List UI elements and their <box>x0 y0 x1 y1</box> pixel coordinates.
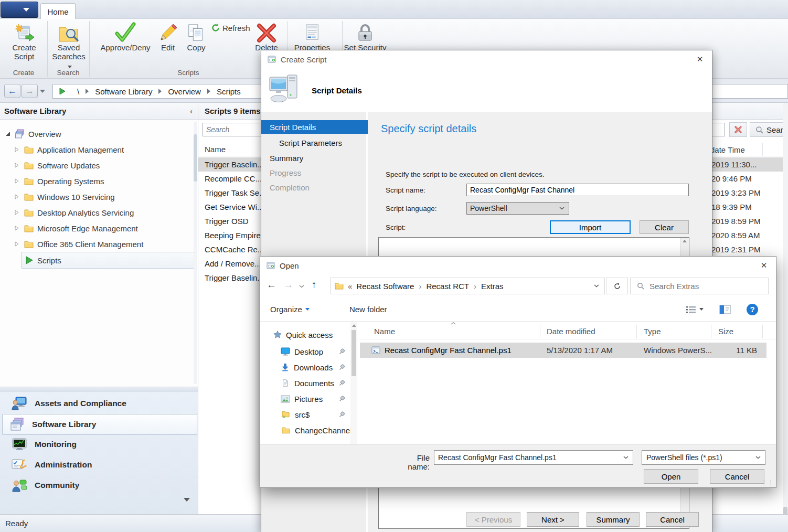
summary-button[interactable]: Summary <box>587 512 640 527</box>
breadcrumb-item[interactable]: Overview <box>168 87 201 96</box>
view-mode-icon[interactable] <box>686 305 696 314</box>
application-menu-button[interactable] <box>1 2 38 18</box>
address-bar[interactable]: « Recast Software › Recast RCT › Extras <box>330 278 605 294</box>
history-dropdown-icon[interactable] <box>40 90 45 93</box>
list-scrollbar[interactable] <box>783 103 788 532</box>
open-button[interactable]: Open <box>644 469 698 484</box>
scroll-up-icon[interactable] <box>683 240 687 242</box>
tree-collapsed-icon[interactable] <box>15 241 19 247</box>
workspace-community[interactable]: Community <box>2 475 196 495</box>
wizard-cancel-button[interactable]: Cancel <box>646 512 699 527</box>
tree-collapsed-icon[interactable] <box>15 194 19 199</box>
tree-item-operating-systems[interactable]: Operating Systems <box>0 173 194 189</box>
column-divider[interactable] <box>540 325 540 338</box>
wizard-nav-script-parameters[interactable]: Script Parameters <box>261 136 368 150</box>
collapse-panel-icon[interactable]: ‹ <box>190 107 193 115</box>
place-desktop[interactable]: Desktop <box>260 345 323 358</box>
address-crumb[interactable]: Extras <box>481 282 504 291</box>
tab-home[interactable]: Home <box>40 3 76 19</box>
new-folder-button[interactable]: New folder <box>349 305 387 314</box>
view-mode-caret-icon[interactable] <box>699 308 704 311</box>
clear-search-button[interactable] <box>729 122 747 137</box>
copy-button[interactable]: Copy <box>183 21 210 52</box>
tree-item-windows-10-servicing[interactable]: Windows 10 Servicing <box>0 189 194 205</box>
breadcrumb-root[interactable]: \ <box>77 87 79 96</box>
tree-collapsed-icon[interactable] <box>15 163 19 168</box>
column-date-modified[interactable]: Date modified <box>547 327 595 336</box>
sidebar-scrollbar-thumb[interactable] <box>352 330 356 376</box>
workspace-assets-and-compliance[interactable]: Assets and Compliance <box>2 393 196 413</box>
tree-scrollbar[interactable] <box>194 122 197 384</box>
address-dropdown-icon[interactable] <box>594 284 599 288</box>
resize-grip[interactable]: ⋮⋮ <box>761 480 774 486</box>
workspace-software-library[interactable]: Software Library <box>2 414 197 435</box>
column-divider[interactable] <box>636 325 637 338</box>
tree-item-scripts[interactable]: Scripts <box>21 252 195 269</box>
explorer-search-input[interactable] <box>648 281 755 291</box>
tree-collapsed-icon[interactable] <box>15 178 19 184</box>
properties-button[interactable]: Properties <box>294 21 331 52</box>
preview-pane-icon[interactable] <box>719 305 731 314</box>
create-script-titlebar[interactable]: Create Script ✕ <box>261 50 712 68</box>
tree-collapsed-icon[interactable] <box>15 226 19 231</box>
help-icon[interactable]: ? <box>747 304 758 315</box>
column-divider[interactable] <box>762 325 763 338</box>
file-row[interactable]: Recast ConfigMgr Fast Channel.ps1 5/13/2… <box>360 343 766 358</box>
sidebar-scrollbar[interactable] <box>350 322 357 444</box>
tree-expanded-icon[interactable] <box>5 131 10 136</box>
address-crumb[interactable]: Recast Software <box>356 282 414 291</box>
up-button[interactable]: ↑ <box>312 279 317 291</box>
explorer-search-box[interactable] <box>630 278 769 294</box>
place-changechannel[interactable]: ChangeChannel <box>260 423 352 437</box>
column-update-time[interactable]: date Time <box>710 143 763 156</box>
tree-item-application-management[interactable]: Application Management <box>0 142 194 157</box>
address-crumb[interactable]: Recast RCT <box>426 282 469 291</box>
wizard-nav-summary[interactable]: Summary <box>261 151 368 165</box>
place-pictures[interactable]: Pictures <box>260 392 323 406</box>
workspace-monitoring[interactable]: Monitoring <box>2 434 196 454</box>
close-button[interactable]: ✕ <box>688 50 712 68</box>
clear-button[interactable]: Clear <box>640 220 689 234</box>
set-security-button[interactable]: Set Security <box>341 21 389 52</box>
file-type-combobox[interactable]: PowerShell files (*.ps1) <box>642 450 765 465</box>
refresh-button[interactable]: Refresh <box>211 22 250 34</box>
place-documents[interactable]: Documents <box>260 376 334 390</box>
organize-button[interactable]: Organize <box>270 305 302 314</box>
wizard-nav-script-details[interactable]: Script Details <box>261 120 368 134</box>
tree-item-office-365-client-management[interactable]: Office 365 Client Management <box>0 236 194 252</box>
workspace-administration[interactable]: Administration <box>2 455 196 475</box>
refresh-button[interactable] <box>606 278 628 294</box>
column-size[interactable]: Size <box>718 327 733 336</box>
saved-searches-button[interactable]: Saved Searches <box>49 21 88 70</box>
breadcrumb-item[interactable]: Software Library <box>95 87 152 96</box>
open-dialog-titlebar[interactable]: Open ✕ <box>260 257 776 274</box>
delete-button[interactable]: Delete <box>251 21 282 52</box>
tree-item-software-updates[interactable]: Software Updates <box>0 157 194 173</box>
place-src-share[interactable]: src$ <box>260 408 310 421</box>
approve-deny-button[interactable]: Approve/Deny <box>96 21 155 52</box>
tree-item-desktop-analytics-servicing[interactable]: Desktop Analytics Servicing <box>0 205 194 220</box>
quick-access-item[interactable]: Quick access <box>260 328 333 342</box>
tree-item-overview[interactable]: Overview <box>0 126 194 142</box>
place-downloads[interactable]: Downloads <box>260 360 333 374</box>
tree-collapsed-icon[interactable] <box>15 147 19 152</box>
tree-collapsed-icon[interactable] <box>15 210 19 215</box>
scroll-up-icon[interactable] <box>352 324 356 327</box>
close-button[interactable]: ✕ <box>752 257 776 274</box>
back-button[interactable]: ← <box>267 279 276 291</box>
create-script-button[interactable]: Create Script <box>3 21 45 61</box>
column-name[interactable]: Name <box>205 145 226 154</box>
import-button[interactable]: Import <box>550 220 631 234</box>
workspace-more-chevron-icon[interactable] <box>184 498 190 502</box>
column-name[interactable]: Name <box>374 327 395 336</box>
column-type[interactable]: Type <box>644 327 661 336</box>
history-chevron-icon[interactable] <box>299 285 304 288</box>
open-cancel-button[interactable]: Cancel <box>710 469 764 484</box>
forward-button[interactable]: → <box>22 84 38 98</box>
tree-scrollbar-thumb[interactable] <box>194 134 197 182</box>
script-name-input[interactable] <box>466 184 689 196</box>
column-divider[interactable] <box>711 325 711 338</box>
panel-splitter[interactable] <box>0 387 198 392</box>
edit-button[interactable]: Edit <box>156 21 179 52</box>
crumb-overflow[interactable]: « <box>348 282 352 291</box>
